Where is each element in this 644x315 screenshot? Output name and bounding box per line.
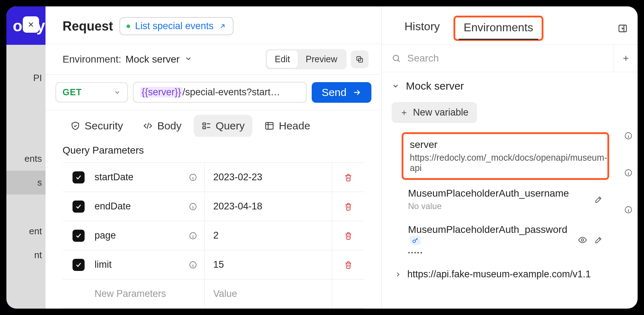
code-icon — [143, 121, 153, 131]
new-param-name-input[interactable]: New Parameters — [95, 288, 166, 299]
sidebar-item[interactable]: nt — [6, 243, 45, 267]
edit-preview-toggle: Edit Preview — [265, 49, 347, 69]
page-title: Request — [63, 19, 113, 34]
variable-name: server — [410, 139, 601, 150]
delete-icon[interactable] — [344, 261, 353, 269]
table-row: page 2 — [63, 221, 364, 250]
chevron-down-icon — [114, 89, 121, 96]
svg-point-12 — [581, 239, 584, 241]
query-params-table: startDate 2023-02-23 endDate 2023-04-18 … — [63, 162, 364, 309]
param-value[interactable]: 15 — [213, 259, 224, 270]
edit-button[interactable]: Edit — [267, 50, 298, 68]
param-value[interactable]: 2023-02-23 — [213, 172, 262, 183]
table-row: limit 15 — [63, 250, 364, 279]
method-selector[interactable]: GET — [55, 82, 128, 102]
sidebar-item[interactable]: ents — [6, 147, 45, 171]
param-name[interactable]: startDate — [95, 172, 134, 183]
svg-rect-3 — [203, 127, 205, 129]
environment-selector[interactable]: Mock server — [125, 54, 192, 65]
edit-icon[interactable] — [594, 195, 603, 204]
info-icon[interactable] — [624, 169, 633, 177]
close-button[interactable] — [23, 16, 39, 33]
variable-name: MuseumPlaceholderAuth_password — [408, 224, 578, 247]
info-icon[interactable] — [189, 173, 197, 182]
param-value[interactable]: 2 — [213, 230, 219, 241]
param-name[interactable]: endDate — [95, 201, 131, 212]
edit-icon[interactable] — [594, 236, 603, 244]
url-input[interactable]: {{server}}/special-events?start… — [133, 82, 307, 103]
left-sidebar: ocly PI ents s ent nt — [6, 6, 45, 309]
tab-body[interactable]: Body — [135, 115, 189, 137]
delete-icon[interactable] — [344, 202, 353, 211]
param-checkbox[interactable] — [73, 171, 85, 183]
query-params-title: Query Parameters — [45, 141, 381, 162]
variable-value: https://redocly.com/_mock/docs/openapi/m… — [410, 153, 601, 173]
tab-environments[interactable]: Environments — [454, 16, 544, 41]
add-environment-button[interactable] — [613, 45, 638, 72]
search-input[interactable] — [407, 53, 603, 64]
arrow-right-icon — [352, 88, 361, 97]
preview-button[interactable]: Preview — [298, 50, 345, 68]
svg-rect-4 — [266, 122, 273, 129]
search-icon — [392, 54, 401, 63]
tab-history[interactable]: History — [402, 16, 443, 40]
svg-point-11 — [413, 240, 415, 242]
environment-label: Environment: — [63, 54, 121, 65]
table-row-new: New Parameters Value — [63, 279, 364, 309]
new-variable-button[interactable]: New variable — [392, 102, 477, 123]
chevron-down-icon — [184, 55, 192, 63]
param-checkbox[interactable] — [73, 201, 85, 213]
sidebar-item[interactable]: ent — [6, 219, 45, 243]
delete-icon[interactable] — [344, 231, 353, 240]
sidebar-item[interactable]: PI — [6, 66, 45, 90]
info-icon[interactable] — [624, 205, 633, 214]
http-method: GET — [63, 87, 82, 97]
info-icon[interactable] — [189, 261, 197, 269]
info-icon[interactable] — [624, 132, 633, 140]
table-row: endDate 2023-04-18 — [63, 192, 364, 221]
query-icon — [202, 121, 211, 131]
copy-button[interactable] — [351, 50, 369, 68]
copy-icon — [355, 55, 364, 64]
chevron-down-icon — [392, 82, 399, 90]
param-checkbox[interactable] — [73, 259, 85, 271]
info-icon[interactable] — [189, 231, 197, 240]
variable-item[interactable]: MuseumPlaceholderAuth_password ••••• — [402, 219, 609, 261]
table-row: startDate 2023-02-23 — [63, 163, 364, 192]
url-variable: {{server}} — [140, 87, 182, 97]
variable-name: MuseumPlaceholderAuth_username — [408, 188, 594, 199]
shield-icon — [70, 121, 80, 131]
variable-item[interactable]: server https://redocly.com/_mock/docs/op… — [402, 132, 609, 180]
tab-headers[interactable]: Heade — [257, 115, 318, 137]
collapse-panel-icon[interactable] — [618, 23, 628, 33]
param-name[interactable]: limit — [95, 259, 112, 270]
eye-icon[interactable] — [578, 235, 587, 245]
headers-icon — [264, 121, 274, 131]
close-icon — [27, 21, 35, 28]
info-icon[interactable] — [189, 202, 197, 211]
request-name-link[interactable]: List special events — [135, 21, 214, 32]
param-value[interactable]: 2023-04-18 — [213, 201, 262, 212]
variable-no-value: No value — [408, 201, 594, 211]
tab-query[interactable]: Query — [194, 115, 253, 137]
request-chip[interactable]: List special events — [119, 17, 234, 35]
external-link-icon — [219, 22, 226, 30]
environment-header-collapsed[interactable]: https://api.fake-museum-example.com/v1.1 — [382, 264, 638, 283]
chevron-right-icon — [395, 271, 402, 278]
svg-rect-2 — [203, 123, 205, 125]
plus-icon — [400, 109, 408, 117]
tab-security[interactable]: Security — [63, 115, 131, 137]
new-param-value-input[interactable]: Value — [213, 288, 237, 299]
sidebar-item[interactable]: s — [6, 171, 45, 194]
environment-header[interactable]: Mock server — [382, 72, 638, 100]
plus-icon — [622, 54, 630, 63]
variable-masked-value: ••••• — [408, 250, 578, 256]
param-checkbox[interactable] — [73, 230, 85, 242]
variable-item[interactable]: MuseumPlaceholderAuth_username No value — [402, 183, 609, 216]
svg-point-10 — [393, 55, 398, 60]
status-dot-icon — [127, 25, 130, 28]
param-name[interactable]: page — [95, 230, 116, 241]
send-button[interactable]: Send — [312, 82, 371, 103]
delete-icon[interactable] — [344, 173, 353, 182]
key-icon — [410, 236, 421, 245]
